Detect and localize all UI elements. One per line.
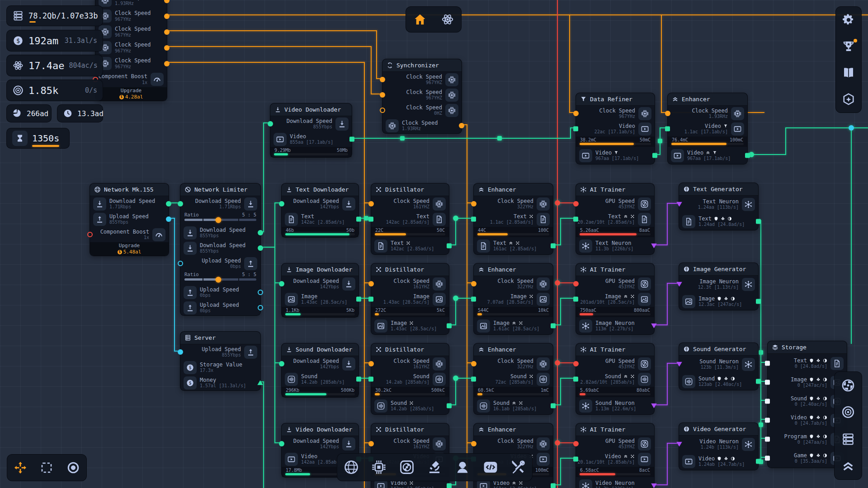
move-tool-button[interactable] [14,461,27,474]
input-port[interactable] [676,282,682,287]
distillator-sound[interactable]: DistillatorClock Speed161YHZSound14.2ab … [371,343,449,415]
output-port[interactable] [756,219,761,224]
input-port[interactable] [676,202,682,207]
distillator-text-header[interactable]: Distillator [371,183,449,196]
network-tab-button[interactable] [343,459,359,475]
resource-time-resource[interactable]: 13.3ad [57,104,103,122]
enhancer-sound-header[interactable]: Enhancer [474,343,553,356]
achievements-button[interactable] [842,40,855,53]
input-port[interactable] [573,361,579,366]
input-port[interactable] [573,217,578,222]
server[interactable]: ServerUpload Speed855Ybps$Storage Value1… [180,331,261,391]
output-port[interactable] [652,153,657,158]
science-tab-button[interactable] [426,459,443,475]
output-port[interactable] [164,45,170,51]
video-downloader-top[interactable]: Video DownloaderDownload Speed855YbpsVid… [270,103,352,158]
input-port[interactable] [368,297,373,302]
input-port[interactable] [573,377,578,382]
upgrade-button[interactable]: Upgrade$5.48al [90,242,169,256]
distillator-text[interactable]: DistillatorClock Speed161YHZText142ac [2… [371,183,449,255]
ai-trainer-video[interactable]: AI TrainerGPU Speed453YHZVideo20.1ac/10t… [576,423,655,488]
output-port[interactable] [258,305,263,310]
resource-science[interactable]: 17.4ae804ac/s [6,55,103,76]
output-port[interactable] [356,297,361,302]
input-port[interactable] [573,441,579,446]
output-port[interactable] [447,244,452,249]
ai-trainer-text-header[interactable]: AI Trainer [576,183,654,196]
synchronizer[interactable]: SynchronizerClock Speed967YHZClock Speed… [382,59,462,134]
input-port[interactable] [665,111,670,116]
input-port[interactable] [368,377,373,382]
enhancer-sound[interactable]: EnhancerClock Speed322YHzSound72ac [285a… [473,343,553,415]
output-port[interactable] [356,377,361,382]
text-generator-header[interactable]: Text Generator [679,183,758,196]
enhancer-image[interactable]: EnhancerClock Speed322YHzImage7.07ad [28… [473,263,553,335]
synchronizer-header[interactable]: Synchronizer [382,59,462,72]
input-port[interactable] [573,281,579,286]
resource-storage-capacity[interactable]: 78.2Qb/1.07e33b [6,5,103,26]
input-port[interactable] [676,442,682,447]
input-port[interactable] [380,77,385,82]
output-port[interactable] [447,404,452,408]
video-generator[interactable]: Video GeneratorVideo Neuron1.24b [113k/s… [679,422,759,470]
input-port[interactable] [573,201,579,206]
targets-button[interactable] [841,405,855,419]
resource-prestige-points[interactable]: 1.85k0/s [6,80,103,101]
input-port[interactable] [178,201,183,206]
gpu-tab-button[interactable] [399,459,415,475]
code-tab-button[interactable] [482,459,499,475]
input-port[interactable] [471,441,476,446]
input-port[interactable] [573,127,578,131]
input-port[interactable] [87,232,93,237]
input-port[interactable] [471,297,476,302]
input-port[interactable] [471,377,476,382]
ai-trainer-video-header[interactable]: AI Trainer [576,423,654,436]
input-port[interactable] [368,201,374,206]
distillator-image-header[interactable]: Distillator [371,263,449,276]
server-header[interactable]: Server [180,332,260,344]
image-downloader-header[interactable]: Image Downloader [282,263,359,276]
output-port[interactable] [258,245,263,251]
clock-source[interactable]: Clock Speed1.93RHzClock Speed967YHzClock… [95,0,167,101]
enhancer-video-bottom-header[interactable]: Enhancer [474,423,553,436]
text-downloader-header[interactable]: Text Downloader [282,183,359,196]
input-port[interactable] [471,201,476,206]
output-port[interactable] [756,379,761,384]
output-port[interactable] [349,137,354,142]
enhancer-video-top[interactable]: EnhancerClock Speed1.93RHzVideo1.1ac [17… [667,93,748,164]
input-port[interactable] [368,361,374,366]
ratio-slider[interactable]: Ratio5 : 5 [180,211,260,225]
input-port[interactable] [368,217,373,222]
input-port[interactable] [279,281,284,286]
resource-pie-resource[interactable]: 266ad [6,104,52,122]
output-port[interactable] [166,216,171,222]
distillator-sound-header[interactable]: Distillator [371,343,449,356]
input-port[interactable] [380,92,385,98]
ai-trainer-image[interactable]: AI TrainerGPU Speed453YHZImage201ad/10t … [576,263,655,335]
cpu-tab-button[interactable] [371,459,387,475]
ai-trainer-image-header[interactable]: AI Trainer [576,263,654,276]
input-port[interactable] [368,441,374,446]
output-port[interactable] [164,29,170,35]
input-port[interactable] [573,297,578,302]
encyclopedia-button[interactable] [842,66,855,80]
input-port[interactable] [368,281,374,286]
input-port[interactable] [573,111,579,116]
output-port[interactable] [756,299,761,304]
prestige-button[interactable] [842,93,855,106]
output-port[interactable] [447,324,452,328]
resource-money[interactable]: $192am31.3al/s [6,30,103,52]
output-port[interactable] [551,244,556,249]
output-port[interactable] [447,483,452,488]
input-port[interactable] [471,281,476,286]
circle-tool-button[interactable] [66,461,80,474]
image-generator[interactable]: Image GeneratorImage Neuron12.3t [1.13t/… [679,263,759,310]
ratio-slider[interactable]: Ratio5 : 5 [180,271,260,285]
distillator-image[interactable]: DistillatorClock Speed161YHZImage1.43ac … [371,263,449,335]
input-port[interactable] [765,418,770,423]
output-port[interactable] [651,244,657,249]
collapse-button[interactable] [841,459,855,473]
input-port[interactable] [665,127,670,131]
input-port[interactable] [573,457,578,462]
input-port[interactable] [471,217,476,222]
